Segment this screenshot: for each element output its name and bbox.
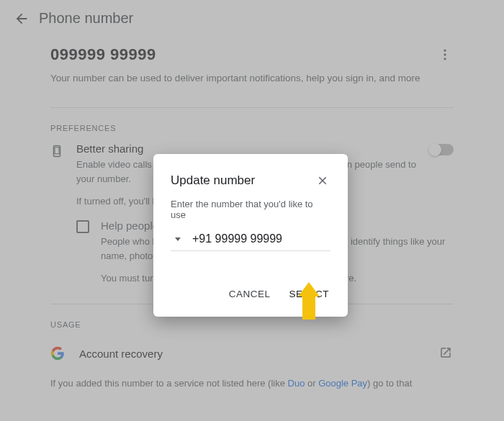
dialog-title: Update number: [171, 173, 255, 188]
dialog-header: Update number: [171, 173, 330, 189]
close-button[interactable]: [315, 173, 330, 189]
dialog-prompt: Enter the number that you'd like to use: [171, 199, 330, 220]
cancel-button[interactable]: CANCEL: [228, 286, 272, 302]
tutorial-arrow: [298, 282, 320, 320]
phone-number-page: Phone number 099999 99999 Your number ca…: [0, 0, 504, 421]
phone-number-input[interactable]: [191, 232, 338, 246]
chevron-down-icon[interactable]: [175, 237, 181, 241]
phone-input-row: [171, 232, 330, 251]
